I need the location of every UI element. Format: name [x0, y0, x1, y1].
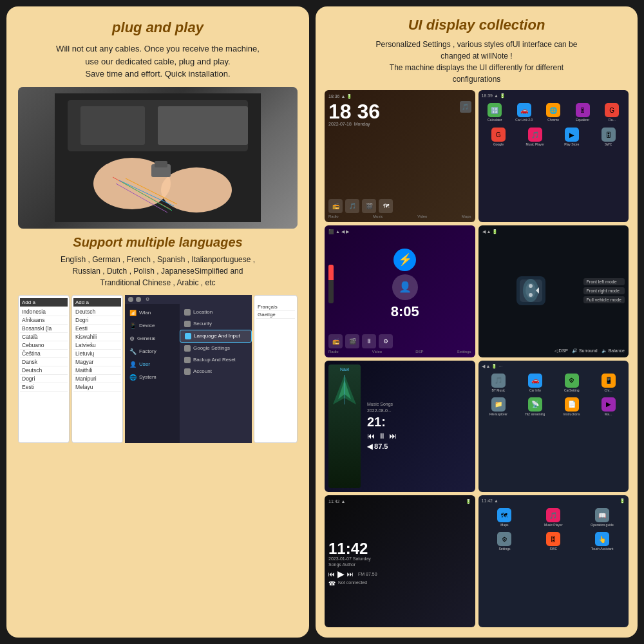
plug-desc: Will not cut any cables. Once you receiv… — [18, 43, 298, 80]
ui-display-desc: Personalized Settings , various styles o… — [325, 39, 629, 85]
menu-language-input[interactable]: Lanquage And Input — [180, 330, 252, 343]
svg-rect-12 — [155, 161, 167, 167]
ui-dsp-screen: ◀ ▲ 🔋 — [478, 225, 629, 357]
menu-account[interactable]: Account — [180, 366, 252, 377]
svg-point-5 — [161, 167, 232, 213]
ui-grid: 18:36 ▲ 🔋 18 36 2022-07-18 Monday 🎵 📻 🎵 … — [325, 90, 629, 627]
menu-device[interactable]: 📱 Device — [125, 319, 180, 332]
plug-title: plug and play — [18, 19, 298, 36]
menu-factory[interactable]: 🔧 Factory — [125, 345, 180, 358]
ui-clock2-screen: 11:42 ▲ 🔋 11:42 2023-01-07 Saturday Song… — [325, 495, 475, 627]
languages-section: Support multiple languages English , Ger… — [18, 235, 298, 289]
settings-left-menu: 📶 Wlan 📱 Device ⚙ General 🔧 — [125, 304, 180, 443]
lang-title: Support multiple languages — [18, 235, 298, 250]
ui-display-title: UI display collection — [325, 17, 629, 33]
menu-backup[interactable]: Backup And Reset — [180, 354, 252, 366]
left-panel: plug and play Will not cut any cables. O… — [6, 6, 309, 638]
right-panel: UI display collection Personalized Setti… — [316, 6, 638, 638]
ui-appgrid3-screen: 11:42 ▲ 🔋 🗺Maps 🎵Music Player 📖Operation… — [478, 495, 629, 627]
svg-point-18 — [529, 293, 533, 297]
svg-point-17 — [529, 284, 533, 288]
ui-appgrid2-screen: ◀ ▲ 🔋 ··· 🎵BT Music 🚗Car Info ⚙CarSettin… — [478, 361, 629, 493]
menu-location[interactable]: Location — [180, 307, 252, 318]
ui-clock-screen: 18:36 ▲ 🔋 18 36 2022-07-18 Monday 🎵 📻 🎵 … — [325, 90, 475, 222]
lang-list-3: Français Gaeilge — [254, 295, 298, 443]
ui-bluetooth-screen: ⬛ ▲ ◀ ▶ ⚡ 👤 8:05 📻 🎬 — [325, 225, 475, 357]
menu-general[interactable]: ⚙ General — [125, 332, 180, 345]
ui-appgrid-screen: 18:39 ▲ 🔋 🔢Calculator 🚗Car Link 2.0 🌐Chr… — [478, 90, 629, 222]
lang-text: English , German , French , Spanish , It… — [18, 254, 298, 289]
install-image — [18, 87, 298, 229]
ui-music-screen: Navi Music Songs 2022-08-0... 21: ⏮⏸⏭ ◀ … — [325, 361, 475, 493]
svg-rect-3 — [158, 106, 248, 145]
lang-list-1: Add a Indonesia Afrikaans Bosanski (la C… — [18, 295, 70, 443]
settings-right-menu: Location Security Lanquage And Input — [180, 304, 252, 443]
menu-wlan[interactable]: 📶 Wlan — [125, 307, 180, 319]
lang-list-2: Add a Deutsch Dogri Eesti Kiswahili Latv… — [71, 295, 123, 443]
menu-user[interactable]: 👤 User — [125, 358, 180, 371]
settings-mockup: Add a Indonesia Afrikaans Bosanski (la C… — [18, 295, 298, 443]
svg-rect-2 — [80, 106, 145, 145]
menu-security[interactable]: Security — [180, 318, 252, 330]
menu-google[interactable]: Google Settings — [180, 343, 252, 354]
menu-system[interactable]: 🌐 System — [125, 371, 180, 384]
settings-panel: ⚙ 📶 Wlan 📱 Device ⚙ — [125, 295, 252, 443]
